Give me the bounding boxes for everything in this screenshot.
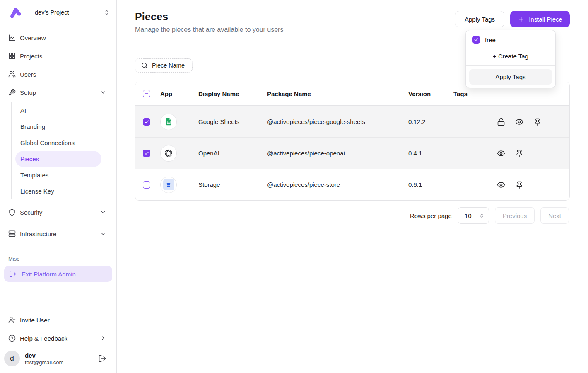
user-plus-icon: [8, 316, 16, 324]
submenu-item-branding[interactable]: Branding: [15, 119, 101, 135]
rows-per-page-select[interactable]: 10: [458, 207, 489, 224]
pin-icon[interactable]: [515, 149, 523, 157]
help-feedback-button[interactable]: Help & Feedback: [7, 329, 110, 347]
invite-user-button[interactable]: Invite User: [7, 311, 110, 329]
submenu-item-global-connections[interactable]: Global Connections: [15, 135, 101, 151]
pagination: Rows per page 10 Previous Next: [135, 207, 570, 224]
log-out-icon[interactable]: [98, 354, 106, 363]
apply-tags-button[interactable]: Apply Tags: [455, 11, 504, 27]
pin-icon[interactable]: [533, 118, 542, 126]
sidebar-footer: Invite User Help & Feedback d dev test@g…: [0, 311, 116, 373]
rows-per-page-label: Rows per page: [410, 212, 452, 219]
help-feedback-label: Help & Feedback: [20, 335, 67, 342]
search-icon: [141, 62, 148, 69]
project-switcher[interactable]: dev's Project: [0, 0, 116, 25]
install-piece-button[interactable]: Install Piece: [510, 11, 570, 27]
invite-user-label: Invite User: [20, 317, 50, 324]
app-root: dev's Project Overview Projects Users Se…: [0, 0, 588, 373]
openai-icon: [164, 149, 173, 158]
column-header-display-name: Display Name: [198, 90, 267, 97]
activepieces-logo-icon: [9, 6, 22, 19]
user-meta: dev test@gmail.com: [25, 352, 63, 366]
sidebar-item-security[interactable]: Security: [7, 202, 110, 223]
table-row: Storage @activepieces/piece-store 0.6.1: [135, 169, 569, 200]
create-tag-button[interactable]: + Create Tag: [469, 48, 552, 65]
dropdown-apply-tags-button[interactable]: Apply Tags: [469, 69, 552, 85]
user-email: test@gmail.com: [25, 359, 63, 366]
eye-icon[interactable]: [515, 118, 523, 126]
sidebar-item-infrastructure[interactable]: Infrastructure: [7, 223, 110, 245]
piece-display-name: OpenAI: [198, 150, 267, 157]
sidebar-spacer: [0, 282, 116, 311]
check-icon: [144, 151, 149, 156]
submenu-item-label: Branding: [20, 123, 45, 130]
previous-page-button[interactable]: Previous: [495, 207, 535, 224]
user-profile[interactable]: d dev test@gmail.com: [7, 347, 110, 368]
row-actions: [497, 118, 569, 126]
chevron-down-icon: [100, 209, 106, 216]
log-out-icon: [9, 270, 17, 278]
page-title-block: Pieces Manage the pieces that are availa…: [135, 11, 283, 34]
eye-icon[interactable]: [497, 181, 505, 189]
shield-icon: [8, 208, 16, 216]
sidebar-item-overview[interactable]: Overview: [7, 29, 110, 47]
next-page-button[interactable]: Next: [540, 207, 569, 224]
piece-name-filter[interactable]: Piece Name: [135, 58, 193, 73]
row-checkbox[interactable]: [143, 118, 150, 126]
sidebar-item-label: Users: [20, 71, 36, 78]
tag-checkbox[interactable]: [472, 36, 480, 44]
submenu-item-ai[interactable]: AI: [15, 102, 101, 119]
piece-package-name: @activepieces/piece-google-sheets: [267, 118, 408, 125]
piece-display-name: Storage: [198, 181, 267, 188]
page-title: Pieces: [135, 11, 283, 23]
rows-per-page-value: 10: [465, 212, 472, 219]
row-actions: [497, 181, 569, 189]
check-icon: [474, 37, 479, 42]
main-content: Pieces Manage the pieces that are availa…: [117, 0, 588, 373]
row-checkbox[interactable]: [143, 181, 150, 189]
submenu-item-label: Templates: [20, 172, 48, 179]
tag-option-free[interactable]: free: [469, 34, 552, 48]
submenu-item-pieces[interactable]: Pieces: [15, 151, 101, 167]
column-header-package-name: Package Name: [267, 90, 408, 97]
exit-platform-admin-button[interactable]: Exit Platform Admin: [4, 266, 112, 282]
chevrons-up-down-icon[interactable]: [104, 10, 110, 15]
project-name: dev's Project: [35, 9, 104, 16]
submenu-item-label: Global Connections: [20, 139, 75, 146]
app-logo: [160, 114, 177, 130]
sidebar-item-label: Setup: [20, 89, 36, 96]
submenu-item-license-key[interactable]: License Key: [15, 183, 101, 199]
piece-package-name: @activepieces/piece-openai: [267, 150, 408, 157]
sidebar-item-label: Overview: [20, 34, 46, 41]
piece-package-name: @activepieces/piece-store: [267, 181, 408, 188]
sidebar-item-label: Security: [20, 209, 42, 216]
server-icon: [8, 230, 16, 237]
lock-open-icon[interactable]: [497, 118, 505, 126]
submenu-item-label: AI: [20, 107, 26, 114]
dropdown-divider: [466, 65, 555, 66]
chevrons-up-down-icon: [479, 213, 484, 218]
sidebar-item-projects[interactable]: Projects: [7, 47, 110, 65]
chevron-down-icon: [100, 89, 106, 96]
pin-icon[interactable]: [515, 181, 523, 189]
plus-icon: [518, 16, 525, 23]
eye-icon[interactable]: [497, 149, 505, 157]
sidebar-item-setup[interactable]: Setup: [7, 83, 110, 102]
row-actions: [497, 149, 569, 157]
piece-version: 0.12.2: [408, 118, 453, 125]
column-header-version: Version: [408, 90, 453, 97]
sidebar-item-users[interactable]: Users: [7, 65, 110, 83]
users-icon: [8, 70, 16, 78]
piece-version: 0.4.1: [408, 150, 453, 157]
app-logo: [160, 177, 177, 193]
apply-tags-dropdown: free + Create Tag Apply Tags: [465, 30, 556, 88]
select-all-checkbox[interactable]: [143, 90, 150, 97]
submenu-item-templates[interactable]: Templates: [15, 167, 101, 183]
storage-icon: [163, 179, 174, 190]
line-chart-icon: [8, 34, 16, 41]
piece-display-name: Google Sheets: [198, 118, 267, 125]
app-logo: [160, 145, 177, 162]
submenu-item-label: License Key: [20, 188, 54, 195]
row-checkbox[interactable]: [143, 150, 150, 157]
minus-icon: [144, 91, 149, 96]
